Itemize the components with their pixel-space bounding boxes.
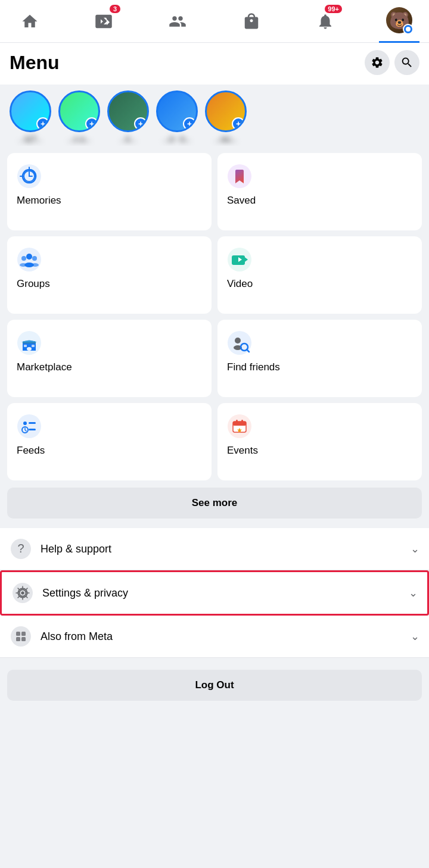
search-icon: [400, 56, 414, 69]
nav-video[interactable]: 3: [83, 0, 124, 43]
svg-point-4: [26, 254, 32, 260]
svg-rect-27: [29, 422, 36, 424]
svg-point-7: [20, 263, 27, 267]
svg-point-26: [23, 421, 27, 425]
svg-point-6: [21, 256, 26, 261]
svg-point-44: [11, 626, 31, 647]
svg-rect-17: [27, 347, 32, 351]
story-avatar-5: [205, 90, 247, 132]
svg-rect-47: [16, 637, 20, 641]
meta-label: Also from Meta: [41, 630, 402, 643]
nav-marketplace[interactable]: [231, 0, 272, 43]
menu-grid: Memories Saved: [7, 153, 422, 480]
svg-point-9: [32, 263, 39, 267]
saved-icon: [227, 164, 252, 189]
memories-icon: [17, 164, 42, 189]
menu-card-saved[interactable]: Saved: [217, 153, 422, 230]
story-avatar-2: [58, 90, 100, 132]
menu-card-feeds[interactable]: Feeds: [7, 403, 212, 480]
menu-section: Memories Saved: [0, 146, 429, 528]
menu-card-marketplace[interactable]: Marketplace: [7, 320, 212, 397]
logout-button[interactable]: Log Out: [7, 670, 422, 701]
svg-rect-45: [16, 632, 20, 636]
logout-section: Log Out: [0, 670, 429, 726]
story-item-2[interactable]: ...s a...: [58, 90, 100, 143]
settings-privacy-icon: [11, 582, 34, 604]
saved-label: Saved: [227, 195, 412, 207]
story-name-5: ...wu...: [214, 135, 237, 143]
menu-card-find-friends[interactable]: Find friends: [217, 320, 422, 397]
menu-card-events[interactable]: Events: [217, 403, 422, 480]
story-name-4: ...d - b...: [163, 135, 191, 143]
menu-card-video[interactable]: Video: [217, 236, 422, 314]
avatar: [386, 7, 412, 33]
story-avatar-3: [107, 90, 149, 132]
nav-friends[interactable]: [157, 0, 198, 43]
svg-text:?: ?: [17, 542, 24, 555]
top-nav: 3 99+: [0, 0, 429, 43]
video-label: Video: [227, 278, 412, 290]
notif-badge: 99+: [325, 5, 342, 13]
nav-home[interactable]: [10, 0, 50, 43]
video-badge: 3: [110, 5, 120, 13]
page-header: Menu: [0, 43, 429, 85]
story-name-2: ...s a...: [67, 135, 91, 143]
groups-label: Groups: [17, 278, 202, 290]
marketplace-label: Marketplace: [17, 361, 202, 373]
help-support-item[interactable]: ? Help & support ⌄: [0, 528, 429, 570]
find-friends-label: Find friends: [227, 361, 412, 373]
story-item-5[interactable]: ...wu...: [205, 90, 247, 143]
svg-rect-48: [21, 637, 26, 641]
events-icon: [227, 414, 252, 439]
marketplace-icon: [17, 330, 42, 355]
nav-menu[interactable]: [379, 0, 419, 43]
avatar-active-indicator: [403, 24, 414, 35]
svg-rect-36: [233, 421, 246, 425]
svg-rect-18: [24, 345, 27, 347]
gear-icon: [371, 56, 384, 69]
settings-privacy-label: Settings & privacy: [42, 587, 400, 600]
menu-card-memories[interactable]: Memories: [7, 153, 212, 230]
story-avatar-4: [156, 90, 198, 132]
see-more-button[interactable]: See more: [7, 488, 422, 519]
story-item-3[interactable]: ...k...: [107, 90, 149, 143]
svg-point-8: [32, 256, 37, 261]
search-button[interactable]: [394, 50, 419, 75]
help-label: Help & support: [41, 543, 402, 555]
events-label: Events: [227, 445, 412, 457]
meta-chevron: ⌄: [411, 630, 419, 643]
memories-label: Memories: [17, 195, 202, 207]
settings-privacy-item[interactable]: Settings & privacy ⌄: [0, 570, 429, 616]
svg-point-21: [235, 338, 241, 344]
video-icon: [227, 247, 252, 272]
svg-rect-19: [32, 345, 35, 347]
story-name-1: ...k(T...: [19, 135, 42, 143]
story-item-4[interactable]: ...d - b...: [156, 90, 198, 143]
stories-scroll: ...k(T... ...s a... ...k... ...d - b... …: [0, 85, 429, 146]
list-section: ? Help & support ⌄ Settings & privacy ⌄: [0, 528, 429, 663]
page-title: Menu: [10, 52, 60, 74]
menu-card-groups[interactable]: Groups: [7, 236, 212, 314]
svg-rect-46: [21, 632, 26, 636]
feeds-icon: [17, 414, 42, 439]
story-name-3: ...k...: [120, 135, 136, 143]
also-from-meta-item[interactable]: Also from Meta ⌄: [0, 616, 429, 658]
meta-icon: [10, 625, 32, 648]
help-chevron: ⌄: [411, 542, 419, 555]
svg-rect-29: [29, 429, 36, 430]
settings-button[interactable]: [365, 50, 390, 75]
svg-point-43: [21, 592, 24, 595]
nav-notifications[interactable]: 99+: [305, 0, 346, 43]
feeds-label: Feeds: [17, 445, 202, 457]
header-icons: [365, 50, 419, 75]
svg-point-25: [17, 414, 41, 438]
find-friends-icon: [227, 330, 252, 355]
help-icon: ?: [10, 538, 32, 560]
groups-icon: [17, 247, 42, 272]
story-item-1[interactable]: ...k(T...: [10, 90, 51, 143]
settings-chevron: ⌄: [409, 586, 418, 600]
story-avatar-1: [10, 90, 51, 132]
